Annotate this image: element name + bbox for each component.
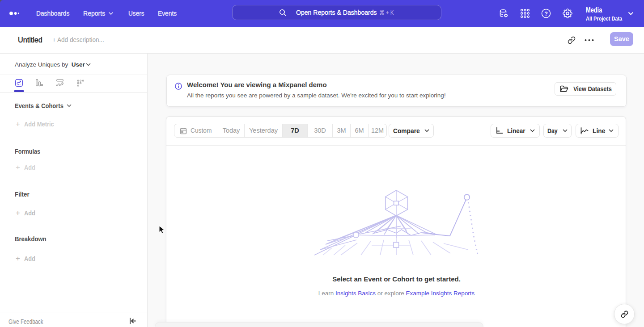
svg-text:?: ? (544, 11, 548, 17)
